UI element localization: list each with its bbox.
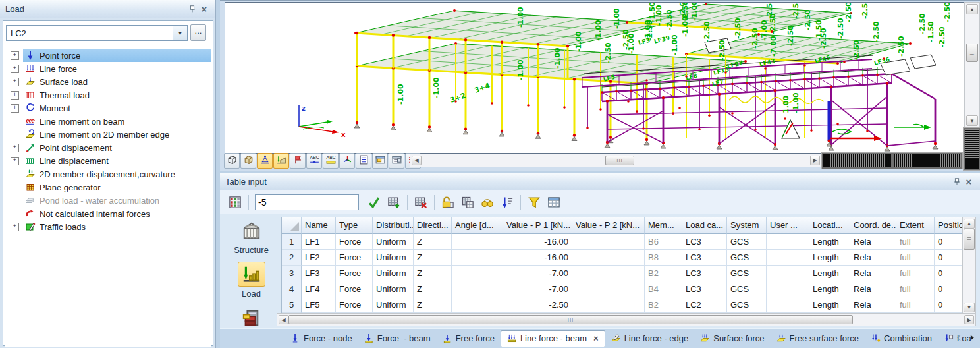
scroll-up-icon[interactable]: ▲ [964,219,975,229]
cell-p1[interactable]: -7.00 [503,266,572,281]
column-header-name[interactable]: Name [302,218,336,234]
expand-plus-icon[interactable]: + [11,78,19,86]
column-header-user[interactable]: User ... [767,218,809,234]
cell-type[interactable]: Force [336,234,373,250]
cell-load_case[interactable]: LC2 [682,297,727,313]
cell-p2[interactable] [572,297,645,313]
cell-location[interactable]: Length [809,250,850,266]
cell-load_case[interactable]: LC3 [682,266,727,281]
tree-item-moment[interactable]: +Moment [5,102,211,115]
minimized-view-strip-1[interactable] [822,153,892,169]
load-case-browse-button[interactable]: ... [190,24,206,41]
scroll-left-icon[interactable]: ◀ [412,156,422,165]
paste-button[interactable] [458,192,477,212]
table-horizontal-scrollbar[interactable]: ◀ III ▶ [277,313,976,326]
table-select-icon[interactable] [225,192,245,212]
table-hscroll-thumb[interactable]: III [288,315,853,324]
view-horizontal-scrollbar[interactable]: ◀ III ▶ [410,154,822,167]
expand-plus-icon[interactable]: + [11,223,19,231]
expand-plus-icon[interactable]: + [11,51,19,60]
delete-row-button[interactable] [411,192,431,212]
expand-plus-icon[interactable]: + [11,144,19,152]
cell-p1[interactable]: -2.50 [503,297,572,313]
tree-item-surface-load[interactable]: +Surface load [5,75,211,88]
cell-type[interactable]: Force [336,281,373,297]
minimized-view-strip-vertical[interactable] [964,128,980,170]
load-case-combobox[interactable]: LC2 ▼ [6,25,188,41]
column-header-load_case[interactable]: Load ca... [682,218,727,234]
select-all-corner[interactable] [290,222,299,231]
cell-type[interactable]: Force [336,266,373,281]
cell-p1[interactable]: -16.00 [503,250,572,266]
cell-coord[interactable]: Rela [850,234,896,250]
tree-item-not-calculated-internal-forces[interactable]: Not calculated internal forces [5,207,211,220]
cell-load_case[interactable]: LC3 [682,234,727,250]
solid-box-button[interactable] [240,153,256,169]
cell-member[interactable]: B8 [645,250,682,266]
cell-system[interactable]: GCS [727,266,767,281]
cell-direction[interactable]: Z [414,234,452,250]
cell-distribution[interactable]: Uniform [373,234,414,250]
cell-angle[interactable] [452,250,503,266]
tab-surface-force[interactable]: Surface force [694,331,770,347]
wireframe-box-button[interactable] [224,153,240,169]
column-header-p1[interactable]: Value - P 1 [kN... [503,218,572,234]
cell-member[interactable]: B6 [645,234,682,250]
filter-button[interactable] [524,192,544,212]
column-header-extent[interactable]: Extent [896,218,935,234]
cell-p2[interactable] [572,266,645,281]
close-tab-icon[interactable]: × [593,334,599,343]
view-dialog-button[interactable] [372,153,388,169]
column-header-p2[interactable]: Value - P 2 [kN... [572,218,645,234]
cell-user[interactable] [767,234,809,250]
table-vscroll-thumb[interactable]: ☰ [964,229,975,250]
scroll-down-icon[interactable]: ▼ [966,115,978,126]
cell-load_case[interactable]: LC3 [682,250,727,266]
tab-free-force[interactable]: Free force [437,331,501,347]
expand-plus-icon[interactable]: + [11,157,19,165]
tree-item-line-force[interactable]: +Line force [5,62,211,75]
cell-extent[interactable]: full [896,297,935,313]
tree-item-2d-member-displacement-curvature[interactable]: 2D member displacement,curvature [5,167,211,181]
cell-position[interactable]: 0 [935,234,962,250]
cell-direction[interactable]: Z [414,281,452,297]
cell-type[interactable]: Force [336,297,373,313]
cell-system[interactable]: GCS [727,250,767,266]
cell-position[interactable]: 0 [935,266,962,281]
tab-force-node[interactable]: Force - node [285,331,358,347]
cell-p2[interactable] [572,281,645,297]
cell-p1[interactable]: -7.00 [503,281,572,297]
cell-name[interactable]: LF4 [302,281,336,297]
column-header-angle[interactable]: Angle [d... [452,218,503,234]
sort-button[interactable] [497,192,517,212]
row-number[interactable]: 5 [282,297,302,313]
sidebar-button-load[interactable]: Load [238,262,265,299]
supports-display-button[interactable] [257,153,273,169]
tree-item-line-moment-on-2d-member-edge[interactable]: Line moment on 2D member edge [5,128,211,141]
view-params-button[interactable] [389,153,404,169]
local-axes-button[interactable] [339,153,355,169]
member-labels-button[interactable]: ABC [323,153,339,169]
cell-extent[interactable]: full [896,234,935,250]
tree-item-line-moment-on-beam[interactable]: Line moment on beam [5,115,211,128]
cell-member[interactable]: B4 [645,281,682,297]
cell-user[interactable] [767,297,809,313]
copy-button[interactable] [438,192,458,212]
cell-type[interactable]: Force [336,250,373,266]
cell-load_case[interactable]: LC3 [682,281,727,297]
tab-force-beam[interactable]: Force - beam [358,331,437,347]
cell-member[interactable]: B2 [645,297,682,313]
cell-distribution[interactable]: Uniform [373,250,414,266]
cell-distribution[interactable]: Uniform [373,297,414,313]
model-3d-viewport[interactable]: zx-1.00-1.00-1.00-1.00-1.00-1.00-1.00-1.… [225,2,965,154]
cell-name[interactable]: LF1 [302,234,336,250]
scroll-right-icon[interactable]: ▶ [964,315,974,324]
tab-line-force-edge[interactable]: Line force - edge [605,331,695,347]
cell-location[interactable]: Length [809,281,850,297]
column-header-coord[interactable]: Coord. de... [850,218,896,234]
scroll-up-icon[interactable]: ▲ [966,4,978,14]
tab-nav-left-icon[interactable] [955,334,964,344]
column-header-direction[interactable]: Directi... [414,218,452,234]
label-flag-button[interactable] [290,153,306,169]
scroll-down-icon[interactable]: ▼ [964,303,975,312]
